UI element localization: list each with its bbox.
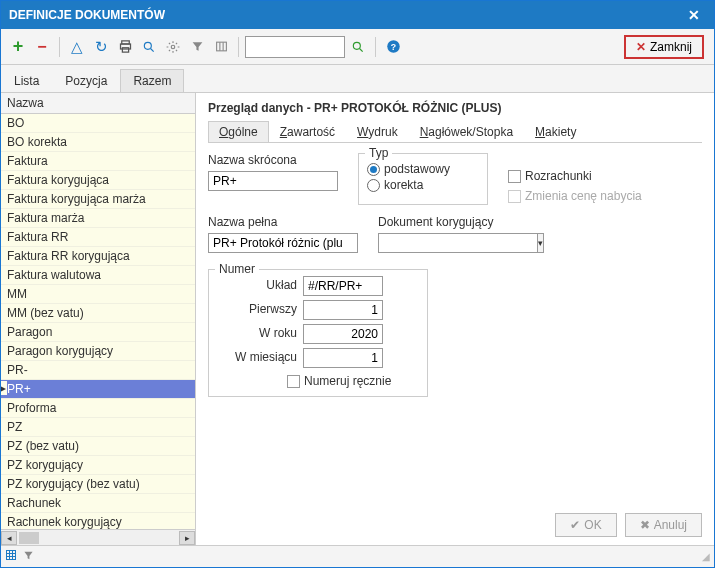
check-settlements[interactable]: Rozrachunki (508, 169, 642, 183)
left-panel: Nazwa BOBO korektaFakturaFaktura koryguj… (1, 93, 196, 545)
list-item[interactable]: Rachunek (1, 494, 195, 513)
check-manual-number[interactable]: Numeruj ręcznie (287, 374, 419, 388)
window-close-button[interactable]: ✕ (682, 3, 706, 27)
numer-legend: Numer (215, 262, 259, 276)
radio-basic[interactable]: podstawowy (367, 162, 479, 176)
list-item[interactable]: PR+ (1, 380, 195, 399)
search-go-icon[interactable] (347, 36, 369, 58)
horizontal-scrollbar[interactable]: ◂ ▸ (1, 529, 195, 545)
refresh-icon[interactable]: ↻ (90, 36, 112, 58)
list-item[interactable]: Faktura (1, 152, 195, 171)
statusbar: ◢ (1, 545, 714, 567)
list-item[interactable]: BO korekta (1, 133, 195, 152)
list-item[interactable]: Faktura korygująca marża (1, 190, 195, 209)
tab-razem[interactable]: Razem (120, 69, 184, 92)
ok-button[interactable]: ✔ OK (555, 513, 616, 537)
radio-correction[interactable]: korekta (367, 178, 479, 192)
list-item[interactable]: Faktura walutowa (1, 266, 195, 285)
svg-point-3 (144, 42, 151, 49)
toolbar: + − △ ↻ ? ✕ Zamknij (1, 29, 714, 65)
list-item[interactable]: PZ korygujący (bez vatu) (1, 475, 195, 494)
list-item[interactable]: Faktura RR korygująca (1, 247, 195, 266)
radio-basic-label: podstawowy (384, 162, 450, 176)
toolbar-search-input[interactable] (245, 36, 345, 58)
resize-grip[interactable]: ◢ (702, 551, 710, 562)
list-item[interactable]: PR- (1, 361, 195, 380)
check-changes-price: Zmienia cenę nabycia (508, 189, 642, 203)
svg-rect-6 (216, 42, 226, 51)
list-item[interactable]: PZ (bez vatu) (1, 437, 195, 456)
radio-icon (367, 163, 380, 176)
list-item[interactable]: MM (bez vatu) (1, 304, 195, 323)
list-item[interactable]: MM (1, 285, 195, 304)
list-item[interactable]: PZ korygujący (1, 456, 195, 475)
gear-icon[interactable] (162, 36, 184, 58)
dropdown-icon[interactable]: ▾ (538, 233, 544, 253)
list-item[interactable]: Rachunek korygujący (1, 513, 195, 529)
top-tabs: Lista Pozycja Razem (1, 65, 714, 93)
close-button-label: Zamknij (650, 40, 692, 54)
print-icon[interactable] (114, 36, 136, 58)
subtab-makiety[interactable]: Makiety (524, 121, 587, 142)
subtab-zawartosc[interactable]: Zawartość (269, 121, 346, 142)
scroll-left-arrow[interactable]: ◂ (1, 531, 17, 545)
scroll-thumb[interactable] (19, 532, 39, 544)
list-column-header[interactable]: Nazwa (1, 93, 195, 114)
full-name-label: Nazwa pełna (208, 215, 358, 229)
svg-point-5 (171, 45, 175, 49)
subtab-naglowek[interactable]: Nagłówek/Stopka (409, 121, 524, 142)
separator (59, 37, 60, 57)
full-name-input[interactable] (208, 233, 358, 253)
remove-button[interactable]: − (31, 36, 53, 58)
list-item[interactable]: Faktura RR (1, 228, 195, 247)
list-item[interactable]: Proforma (1, 399, 195, 418)
checkbox-icon (508, 170, 521, 183)
search-icon[interactable] (138, 36, 160, 58)
list-item[interactable]: BO (1, 114, 195, 133)
panel-title: Przegląd danych - PR+ PROTOKÓŁ RÓŻNIC (P… (208, 101, 702, 115)
sub-tabs: Ogólne Zawartość Wydruk Nagłówek/Stopka … (208, 121, 702, 143)
triangle-icon[interactable]: △ (66, 36, 88, 58)
month-input[interactable] (303, 348, 383, 368)
uklad-label: Układ (217, 278, 297, 292)
grid-icon[interactable] (5, 549, 17, 564)
first-input[interactable] (303, 300, 383, 320)
right-panel: Przegląd danych - PR+ PROTOKÓŁ RÓŻNIC (P… (196, 93, 714, 545)
subtab-ogolne[interactable]: Ogólne (208, 121, 269, 142)
checkbox-icon (287, 375, 300, 388)
tab-lista[interactable]: Lista (1, 69, 52, 92)
check-changes-price-label: Zmienia cenę nabycia (525, 189, 642, 203)
list-item[interactable]: Faktura marża (1, 209, 195, 228)
list-item[interactable]: Faktura korygująca (1, 171, 195, 190)
separator (238, 37, 239, 57)
filter-status-icon[interactable] (23, 550, 34, 564)
month-label: W miesiącu (217, 350, 297, 364)
separator (375, 37, 376, 57)
list-item[interactable]: Paragon korygujący (1, 342, 195, 361)
cancel-button[interactable]: ✖ Anuluj (625, 513, 702, 537)
close-button[interactable]: ✕ Zamknij (624, 35, 704, 59)
list-item[interactable]: Paragon (1, 323, 195, 342)
short-name-input[interactable] (208, 171, 338, 191)
svg-point-9 (353, 42, 360, 49)
add-button[interactable]: + (7, 36, 29, 58)
scroll-right-arrow[interactable]: ▸ (179, 531, 195, 545)
subtab-wydruk[interactable]: Wydruk (346, 121, 409, 142)
svg-line-10 (360, 48, 363, 51)
close-icon: ✕ (636, 40, 646, 54)
year-label: W roku (217, 326, 297, 340)
help-icon[interactable]: ? (382, 36, 404, 58)
uklad-input[interactable] (303, 276, 383, 296)
corr-doc-input[interactable] (378, 233, 538, 253)
svg-text:?: ? (390, 42, 395, 52)
year-input[interactable] (303, 324, 383, 344)
filter-icon[interactable] (186, 36, 208, 58)
tab-pozycja[interactable]: Pozycja (52, 69, 120, 92)
document-list[interactable]: BOBO korektaFakturaFaktura korygującaFak… (1, 114, 195, 529)
columns-icon[interactable] (210, 36, 232, 58)
svg-rect-13 (7, 551, 16, 560)
short-name-label: Nazwa skrócona (208, 153, 338, 167)
cancel-icon: ✖ (640, 518, 650, 532)
check-manual-number-label: Numeruj ręcznie (304, 374, 391, 388)
list-item[interactable]: PZ (1, 418, 195, 437)
